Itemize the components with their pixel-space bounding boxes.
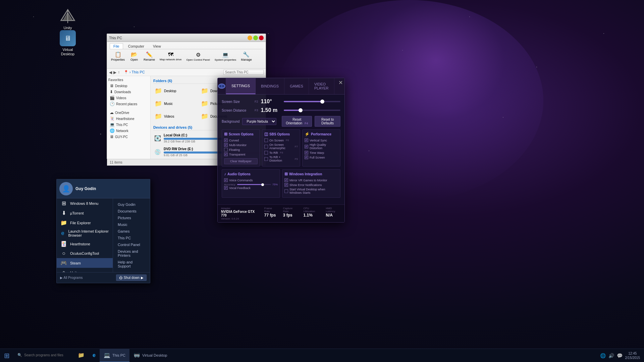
- desktop-icon-unity[interactable]: Unity: [54, 8, 81, 30]
- screen-size-slider[interactable]: [284, 101, 340, 102]
- sm-item-windows8[interactable]: ⊞ Windows 8 Menu: [57, 198, 113, 208]
- tb-this-pc[interactable]: 💻 This PC: [100, 349, 129, 362]
- sbs-rift-checkbox[interactable]: [264, 151, 268, 155]
- sm-right-username[interactable]: Guy Godin: [116, 201, 147, 208]
- vr-close-button[interactable]: ✕: [334, 78, 347, 94]
- hmd-label: HMD Latency: [326, 207, 341, 213]
- sm-right-help[interactable]: Help and Support: [116, 259, 147, 269]
- tray-volume-icon[interactable]: 🔊: [608, 353, 614, 358]
- folder-desktop[interactable]: 📁Desktop: [153, 86, 197, 96]
- tool-rename[interactable]: ✏️ Rename: [142, 51, 156, 62]
- screen-multimonitor-checkbox[interactable]: ✓: [224, 143, 228, 147]
- show-notif-checkbox[interactable]: ✓: [284, 183, 288, 187]
- sm-right-music[interactable]: Music: [116, 221, 147, 228]
- manage-icon: 🔧: [243, 51, 250, 58]
- tab-settings[interactable]: SETTINGS: [226, 78, 256, 94]
- hqdist-checkbox[interactable]: ✓: [305, 145, 308, 148]
- sidebar-item-onedrive[interactable]: ☁OneDrive: [108, 110, 149, 116]
- sbs-rift-distortion-checkbox[interactable]: [264, 157, 268, 161]
- sm-right-devices[interactable]: Devices and Printers: [116, 248, 147, 259]
- minimize-button[interactable]: [248, 36, 252, 40]
- tool-properties[interactable]: 📋 Properties: [110, 51, 126, 62]
- background-select[interactable]: Purple Nebula: [242, 118, 276, 125]
- shutdown-button[interactable]: ⏻ Shut down ▶: [116, 275, 147, 281]
- ribbon-tab-computer[interactable]: Computer: [124, 43, 148, 49]
- sm-item-steam[interactable]: 🎮 Steam: [57, 258, 113, 268]
- tool-manage[interactable]: 🔧 Manage: [239, 51, 253, 62]
- show-notif-label: Show Error Notifications: [289, 183, 322, 187]
- sm-right-pictures[interactable]: Pictures: [116, 215, 147, 221]
- reset-orientation-button[interactable]: Reset Orientation F4: [282, 116, 312, 127]
- sidebar-item-network[interactable]: 🌐Network: [108, 128, 149, 134]
- oculus-label: OculusConfigTool: [70, 251, 99, 255]
- tb-search[interactable]: 🔍: [13, 349, 74, 362]
- folder-videos[interactable]: 📁Videos: [153, 111, 197, 121]
- sidebar-item-hearthstone[interactable]: 🃏Hearthstone: [108, 116, 149, 122]
- sm-item-file-explorer[interactable]: 📁 File Explorer: [57, 218, 113, 228]
- screen-distance-slider[interactable]: [284, 110, 340, 111]
- reset-defaults-button[interactable]: Reset to Defaults: [315, 116, 340, 127]
- close-button[interactable]: [259, 36, 264, 40]
- sidebar-item-thispc[interactable]: 💻This PC: [108, 122, 149, 128]
- screen-floating-checkbox[interactable]: [224, 148, 228, 152]
- mirror-games-checkbox[interactable]: ✓: [284, 178, 288, 182]
- sidebar-item-downloads[interactable]: ⬇Downloads: [108, 89, 149, 95]
- vr-tabs: SETTINGS BINDINGS GAMES VIDEO PLAYER: [226, 78, 334, 94]
- tb-virtual-desktop[interactable]: 🥽 Virtual Desktop: [129, 349, 171, 362]
- startup-checkbox[interactable]: [284, 189, 288, 193]
- sidebar-item-videos[interactable]: 🎬Videos: [108, 95, 149, 101]
- screen-opt-floating: Floating: [224, 148, 258, 152]
- sm-item-oculus[interactable]: ○ OculusConfigTool: [57, 249, 113, 258]
- tray-chat-icon[interactable]: 💬: [617, 353, 623, 358]
- ribbon-tab-file[interactable]: File: [110, 43, 123, 49]
- fullscreen-checkbox[interactable]: ✓: [305, 156, 308, 159]
- sbs-onscreen-checkbox[interactable]: [264, 138, 268, 142]
- nav-back[interactable]: ◀: [109, 70, 112, 75]
- sm-right-documents[interactable]: Documents: [116, 208, 147, 215]
- sidebar-item-recent[interactable]: 🕐Recent places: [108, 101, 149, 107]
- start-button[interactable]: ⊞: [0, 349, 13, 362]
- windows-integration-section: ⊞ Windows Integration ✓ Mirror VR Games …: [282, 169, 340, 198]
- sm-right-controlpanel[interactable]: Control Panel: [116, 241, 147, 248]
- timewarp-checkbox[interactable]: ✓: [305, 151, 308, 155]
- vsync-checkbox[interactable]: ✓: [305, 138, 308, 142]
- sm-item-ie[interactable]: e Launch Internet Explorer Browser: [57, 228, 113, 239]
- start-menu-top: 👤 Guy Godin: [57, 179, 150, 198]
- sm-item-hearthstone[interactable]: 🃏 Hearthstone: [57, 239, 113, 249]
- tab-bindings[interactable]: BINDINGS: [256, 78, 284, 94]
- screen-transparent-checkbox[interactable]: ✓: [224, 153, 228, 156]
- tb-search-icon: 🔍: [17, 353, 22, 357]
- nav-forward[interactable]: ▶: [113, 70, 116, 75]
- tb-file-explorer[interactable]: 📁: [74, 349, 89, 362]
- sidebar-item-guypc[interactable]: 🖥GUY-PC: [108, 134, 149, 140]
- tool-control-panel[interactable]: ⚙ Open Control Panel: [185, 51, 211, 62]
- sm-right-games[interactable]: Games: [116, 228, 147, 235]
- windows8-icon: ⊞: [60, 200, 67, 206]
- sm-item-unity[interactable]: ◇ Unity: [57, 268, 113, 272]
- sbs-rift-distortion-label: To Rift + Distortion: [269, 156, 293, 162]
- voice-commands-checkbox[interactable]: ✓: [224, 178, 228, 182]
- screen-curved-checkbox[interactable]: ✓: [224, 138, 228, 142]
- clear-wallpaper-button[interactable]: Clear Wallpaper: [224, 158, 258, 164]
- tool-map-network[interactable]: 🗺 Map network drive: [158, 51, 183, 62]
- maximize-button[interactable]: [253, 36, 258, 40]
- accuracy-slider[interactable]: [237, 184, 271, 185]
- screen-options-title: ⊞ Screen Options: [224, 132, 258, 136]
- taskbar-search-input[interactable]: [24, 353, 70, 357]
- tray-network-icon[interactable]: 🌐: [600, 353, 606, 358]
- nav-up[interactable]: ↑: [118, 70, 120, 75]
- tab-games[interactable]: GAMES: [284, 78, 309, 94]
- ribbon-tab-view[interactable]: View: [149, 43, 165, 49]
- sm-item-utorrent[interactable]: ⬇ µTorrent: [57, 208, 113, 218]
- tab-video-player[interactable]: VIDEO PLAYER: [309, 78, 334, 94]
- tool-sys-props[interactable]: 💻 System properties: [213, 51, 237, 62]
- vocal-feedback-checkbox[interactable]: ✓: [224, 186, 228, 190]
- tb-ie[interactable]: e: [89, 349, 100, 362]
- sidebar-item-desktop[interactable]: 🖥Desktop: [108, 83, 149, 89]
- tool-open[interactable]: 📂 Open: [128, 51, 140, 62]
- folder-music[interactable]: 📁Music: [153, 99, 197, 109]
- desktop-icon-virtual-desktop[interactable]: 🖥 Virtual Desktop: [54, 30, 81, 56]
- search-input[interactable]: [223, 70, 264, 75]
- sm-right-thispc[interactable]: This PC: [116, 235, 147, 241]
- sbs-anamorphic-checkbox[interactable]: [264, 145, 268, 148]
